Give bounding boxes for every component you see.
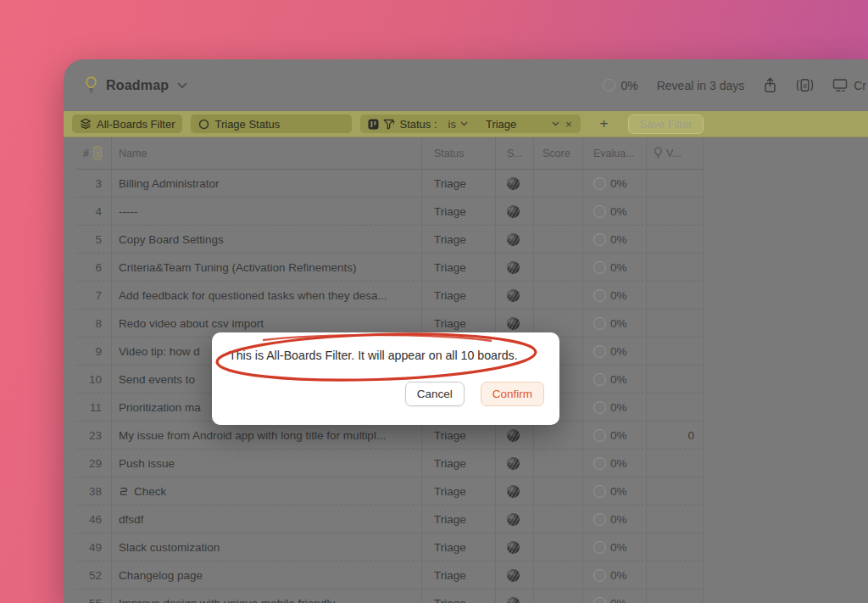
column-header-evaluation[interactable]: Evalua... bbox=[583, 137, 647, 169]
row-name-cell[interactable]: Improve design with unique mobile friend… bbox=[112, 589, 422, 603]
board-title-group[interactable]: Roadmap bbox=[85, 59, 187, 111]
row-v-cell[interactable] bbox=[647, 449, 704, 477]
row-score-cell[interactable] bbox=[534, 226, 583, 253]
row-score-cell[interactable] bbox=[534, 422, 583, 449]
row-score-cell[interactable] bbox=[534, 170, 583, 197]
row-v-cell[interactable] bbox=[647, 366, 704, 393]
row-v-cell[interactable] bbox=[647, 394, 704, 421]
row-name-cell[interactable]: Add feedback for questioned tasks when t… bbox=[112, 282, 422, 309]
row-evaluation-cell[interactable]: 0% bbox=[583, 226, 647, 253]
row-sphere-cell[interactable] bbox=[496, 561, 534, 589]
table-row[interactable]: 55Improve design with unique mobile frie… bbox=[76, 589, 704, 603]
row-v-cell[interactable] bbox=[647, 589, 704, 603]
row-name-cell[interactable]: Copy Board Settings bbox=[112, 226, 422, 253]
row-status-cell[interactable]: Triage bbox=[422, 170, 496, 197]
row-v-cell[interactable] bbox=[647, 170, 704, 197]
row-evaluation-cell[interactable]: 0% bbox=[583, 449, 647, 477]
row-status-cell[interactable]: Triage bbox=[422, 422, 496, 449]
row-name-cell[interactable]: Push issue bbox=[112, 449, 422, 477]
row-sphere-cell[interactable] bbox=[496, 589, 534, 603]
row-status-cell[interactable]: Triage bbox=[422, 449, 496, 477]
column-header-v[interactable]: V... bbox=[647, 137, 704, 169]
row-score-cell[interactable] bbox=[534, 282, 583, 309]
row-evaluation-cell[interactable]: 0% bbox=[583, 422, 647, 449]
table-row[interactable]: 29Push issueTriage0% bbox=[76, 449, 704, 477]
row-name-cell[interactable]: dfsdf bbox=[112, 505, 422, 533]
column-header-score[interactable]: Score bbox=[534, 137, 583, 169]
reveal-button[interactable]: Reveal in 3 days bbox=[657, 79, 745, 92]
row-status-cell[interactable]: Triage bbox=[422, 561, 496, 589]
row-sphere-cell[interactable] bbox=[496, 422, 534, 449]
cancel-button[interactable]: Cancel bbox=[405, 382, 465, 406]
row-sphere-cell[interactable] bbox=[496, 282, 534, 309]
row-v-cell[interactable] bbox=[647, 310, 704, 337]
table-row[interactable]: 5Copy Board SettingsTriage0% bbox=[76, 226, 704, 254]
row-status-cell[interactable]: Triage bbox=[422, 282, 496, 309]
chevron-down-icon[interactable] bbox=[460, 121, 468, 126]
table-row[interactable]: 38CheckTriage0% bbox=[76, 477, 704, 505]
column-header-name[interactable]: Name bbox=[112, 137, 422, 169]
row-evaluation-cell[interactable]: 0% bbox=[583, 505, 647, 533]
row-status-cell[interactable]: Triage bbox=[422, 254, 496, 281]
row-status-cell[interactable]: Triage bbox=[422, 505, 496, 533]
table-row[interactable]: 7Add feedback for questioned tasks when … bbox=[76, 282, 704, 310]
row-evaluation-cell[interactable]: 0% bbox=[583, 589, 647, 603]
row-evaluation-cell[interactable]: 0% bbox=[583, 533, 647, 561]
remove-filter-icon[interactable]: × bbox=[564, 118, 574, 131]
row-evaluation-cell[interactable]: 0% bbox=[583, 254, 647, 281]
chevron-down-icon[interactable] bbox=[177, 82, 187, 89]
sort-ascending-icon[interactable]: ↑ bbox=[93, 146, 102, 160]
row-name-cell[interactable]: ----- bbox=[112, 198, 422, 225]
row-v-cell[interactable] bbox=[647, 533, 704, 561]
row-status-cell[interactable]: Triage bbox=[422, 589, 496, 603]
chevron-down-icon[interactable] bbox=[552, 121, 559, 126]
card-counter-button[interactable]: 8 bbox=[796, 77, 814, 93]
row-sphere-cell[interactable] bbox=[496, 533, 534, 561]
row-status-cell[interactable]: Triage bbox=[422, 533, 496, 561]
column-header-num[interactable]: # ↑ bbox=[76, 137, 112, 169]
row-status-cell[interactable]: Triage bbox=[422, 198, 496, 225]
column-header-status[interactable]: Status bbox=[422, 137, 496, 169]
table-row[interactable]: 52Changelog pageTriage0% bbox=[76, 561, 704, 589]
row-score-cell[interactable] bbox=[534, 254, 583, 281]
row-evaluation-cell[interactable]: 0% bbox=[583, 282, 647, 309]
row-sphere-cell[interactable] bbox=[496, 254, 534, 281]
rule-value[interactable]: Triage bbox=[486, 118, 516, 131]
row-score-cell[interactable] bbox=[534, 198, 583, 225]
row-v-cell[interactable] bbox=[647, 198, 704, 225]
row-name-cell[interactable]: Billing Administrator bbox=[112, 170, 422, 197]
row-sphere-cell[interactable] bbox=[496, 477, 534, 505]
row-sphere-cell[interactable] bbox=[496, 226, 534, 253]
row-status-cell[interactable]: Triage bbox=[422, 226, 496, 253]
table-row[interactable]: 23My issue from Android app with long ti… bbox=[76, 422, 704, 449]
status-filter-rule[interactable]: Status : is Triage × bbox=[360, 114, 581, 133]
table-row[interactable]: 46dfsdfTriage0% bbox=[76, 505, 704, 533]
row-v-cell[interactable] bbox=[647, 226, 704, 253]
confirm-button[interactable]: Confirm bbox=[481, 382, 544, 406]
row-evaluation-cell[interactable]: 0% bbox=[583, 366, 647, 393]
row-score-cell[interactable] bbox=[534, 533, 583, 561]
row-score-cell[interactable] bbox=[534, 589, 583, 603]
row-evaluation-cell[interactable]: 0% bbox=[583, 477, 647, 505]
row-name-cell[interactable]: My issue from Android app with long titl… bbox=[112, 422, 422, 449]
row-score-cell[interactable] bbox=[534, 477, 583, 505]
row-score-cell[interactable] bbox=[534, 505, 583, 533]
column-header-s[interactable]: S... bbox=[496, 137, 534, 169]
row-name-cell[interactable]: Check bbox=[112, 477, 422, 505]
row-v-cell[interactable] bbox=[647, 477, 704, 505]
row-v-cell[interactable]: 0 bbox=[647, 422, 704, 449]
add-filter-icon[interactable]: + bbox=[596, 115, 611, 132]
row-evaluation-cell[interactable]: 0% bbox=[583, 394, 647, 421]
row-v-cell[interactable] bbox=[647, 505, 704, 533]
share-button[interactable] bbox=[763, 77, 777, 93]
row-sphere-cell[interactable] bbox=[496, 449, 534, 477]
row-sphere-cell[interactable] bbox=[496, 198, 534, 225]
row-v-cell[interactable] bbox=[647, 282, 704, 309]
row-sphere-cell[interactable] bbox=[496, 170, 534, 197]
row-sphere-cell[interactable] bbox=[496, 505, 534, 533]
all-boards-filter-chip[interactable]: All-Boards Filter bbox=[72, 114, 182, 133]
row-name-cell[interactable]: Changelog page bbox=[112, 561, 422, 589]
table-row[interactable]: 3Billing AdministratorTriage0% bbox=[76, 170, 704, 198]
row-v-cell[interactable] bbox=[647, 561, 704, 589]
saved-filter-chip[interactable]: Triage Status bbox=[191, 114, 352, 133]
